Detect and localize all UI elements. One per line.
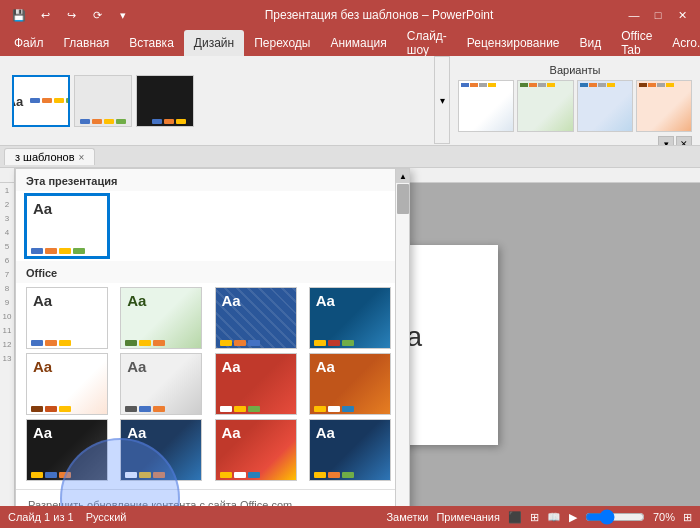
tab-acrobat[interactable]: Acro... <box>662 30 700 56</box>
title-bar: 💾 ↩ ↪ ⟳ ▾ Презентация без шаблонов – Pow… <box>0 0 700 30</box>
theme-office-12[interactable]: Aa <box>309 419 391 481</box>
this-presentation-themes: Aa <box>16 191 409 261</box>
tab-slideshow[interactable]: Слайд-шоу <box>397 30 457 56</box>
zoom-slider[interactable] <box>585 511 645 523</box>
minimize-button[interactable]: — <box>624 5 644 25</box>
tab-home[interactable]: Главная <box>54 30 120 56</box>
variants-dropdown-btn[interactable]: ▾ <box>658 136 674 146</box>
scroll-up-btn[interactable]: ▲ <box>396 169 410 183</box>
view-sorter[interactable]: ⊞ <box>530 511 539 524</box>
scroll-thumb[interactable] <box>397 184 409 214</box>
document-tab-bar: з шаблонов × <box>0 146 700 168</box>
tab-review[interactable]: Рецензирование <box>457 30 570 56</box>
comments-btn[interactable]: Примечания <box>436 511 500 523</box>
theme-office-7[interactable]: Aa <box>215 353 297 415</box>
view-reading[interactable]: 📖 <box>547 511 561 524</box>
themes-scroll-down[interactable]: ▾ <box>434 56 450 144</box>
theme-office-1[interactable]: Aa <box>26 287 108 349</box>
redo-icon[interactable]: ↪ <box>60 4 82 26</box>
ribbon-theme-3[interactable] <box>136 75 194 127</box>
vertical-ruler: 12345 678910 111213 <box>0 168 15 506</box>
update-content-label: Разрешить обновление контента с сайта Of… <box>28 499 301 506</box>
status-bar: Слайд 1 из 1 Русский Заметки Примечания … <box>0 506 700 528</box>
ribbon-tab-bar: Файл Главная Вставка Дизайн Переходы Ани… <box>0 30 700 56</box>
ribbon-content: Aa ▾ <box>0 56 700 146</box>
this-presentation-label: Эта презентация <box>16 169 409 191</box>
tab-file[interactable]: Файл <box>4 30 54 56</box>
view-slideshow[interactable]: ▶ <box>569 511 577 524</box>
theme-office-9[interactable]: Aa <box>26 419 108 481</box>
scroll-track <box>396 183 409 506</box>
office-themes-grid: Aa Aa Aa <box>16 283 409 485</box>
themes-dropdown: Эта презентация Aa Office Aa <box>15 168 410 506</box>
variants-label: Варианты <box>454 62 696 78</box>
variant-4[interactable] <box>636 80 692 132</box>
theme-office-3[interactable]: Aa <box>215 287 297 349</box>
maximize-button[interactable]: □ <box>648 5 668 25</box>
theme-office-6[interactable]: Aa <box>120 353 202 415</box>
fit-slide-btn[interactable]: ⊞ <box>683 511 692 524</box>
doc-tab-close[interactable]: × <box>79 152 85 163</box>
theme-current[interactable]: Aa <box>26 195 108 257</box>
repeat-icon[interactable]: ⟳ <box>86 4 108 26</box>
theme-office-8[interactable]: Aa <box>309 353 391 415</box>
view-normal[interactable]: ⬛ <box>508 511 522 524</box>
tab-officetab[interactable]: Office Tab <box>611 30 662 56</box>
theme-office-10[interactable]: Aa <box>120 419 202 481</box>
tab-transitions[interactable]: Переходы <box>244 30 320 56</box>
theme-office-4[interactable]: Aa <box>309 287 391 349</box>
slide-info: Слайд 1 из 1 <box>8 511 74 523</box>
theme-office-2[interactable]: Aa <box>120 287 202 349</box>
variant-1[interactable] <box>458 80 514 132</box>
quick-access-toolbar: 💾 ↩ ↪ ⟳ ▾ <box>8 4 134 26</box>
tab-design[interactable]: Дизайн <box>184 30 244 56</box>
office-label: Office <box>16 261 409 283</box>
variant-2[interactable] <box>517 80 573 132</box>
variants-close-btn[interactable]: ✕ <box>676 136 692 146</box>
dropdown-scrollbar[interactable]: ▲ ▼ <box>395 169 409 506</box>
ribbon-theme-1[interactable]: Aa <box>12 75 70 127</box>
theme-office-5[interactable]: Aa <box>26 353 108 415</box>
lang-status: Русский <box>86 511 127 523</box>
ribbon-theme-2[interactable] <box>74 75 132 127</box>
customize-icon[interactable]: ▾ <box>112 4 134 26</box>
tab-view[interactable]: Вид <box>570 30 612 56</box>
close-button[interactable]: ✕ <box>672 5 692 25</box>
tab-animation[interactable]: Анимация <box>320 30 396 56</box>
status-right: Заметки Примечания ⬛ ⊞ 📖 ▶ 70% ⊞ <box>386 511 692 524</box>
notes-btn[interactable]: Заметки <box>386 511 428 523</box>
update-content-item[interactable]: Разрешить обновление контента с сайта Of… <box>16 494 409 506</box>
zoom-level: 70% <box>653 511 675 523</box>
undo-icon[interactable]: ↩ <box>34 4 56 26</box>
variant-3[interactable] <box>577 80 633 132</box>
window-controls: — □ ✕ <box>624 5 692 25</box>
dropdown-footer: Разрешить обновление контента с сайта Of… <box>16 489 409 506</box>
window-title: Презентация без шаблонов – PowerPoint <box>134 8 624 22</box>
doc-tab-label: з шаблонов <box>15 151 75 163</box>
theme-office-11[interactable]: Aa <box>215 419 297 481</box>
save-icon[interactable]: 💾 <box>8 4 30 26</box>
tab-insert[interactable]: Вставка <box>119 30 184 56</box>
document-tab[interactable]: з шаблонов × <box>4 148 95 165</box>
